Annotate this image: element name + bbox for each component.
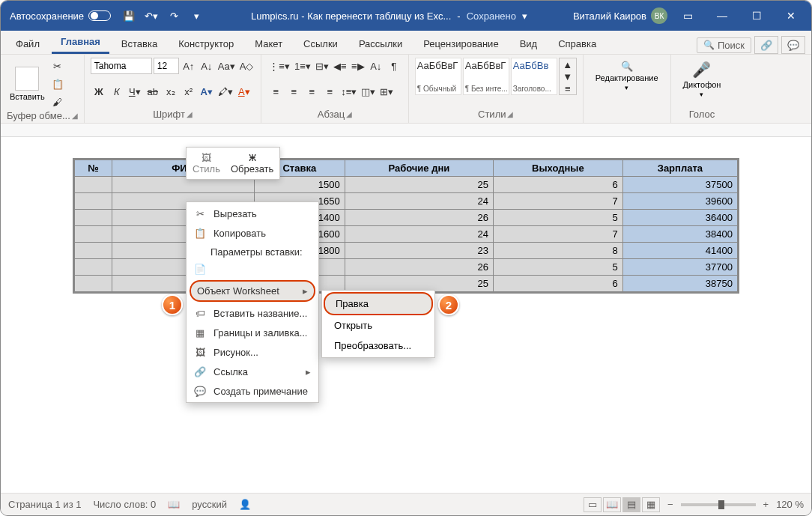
word-count[interactable]: Число слов: 0: [93, 499, 156, 510]
sort-icon[interactable]: A↓: [368, 58, 384, 74]
styles-up-icon[interactable]: ▲: [560, 58, 576, 70]
maximize-icon[interactable]: ☐: [739, 1, 774, 31]
styles-down-icon[interactable]: ▼: [560, 70, 576, 82]
align-center-icon[interactable]: ≡: [285, 83, 302, 100]
ctx-worksheet-object[interactable]: Объект Worksheet▸: [190, 280, 315, 302]
outdent-icon[interactable]: ◀≡: [332, 58, 348, 74]
ctx-picture[interactable]: 🖼Рисунок...: [188, 342, 317, 362]
read-mode-icon[interactable]: 📖: [603, 497, 621, 512]
undo-icon[interactable]: ↶▾: [142, 7, 160, 25]
zoom-slider[interactable]: [681, 503, 756, 506]
save-icon[interactable]: 💾: [120, 7, 138, 25]
bold-icon[interactable]: Ж: [91, 83, 107, 100]
tab-design[interactable]: Конструктор: [169, 34, 243, 54]
editing-button[interactable]: 🔍 Редактирование ▾: [590, 58, 664, 94]
paste-button[interactable]: Вставить: [7, 65, 48, 103]
launcher-icon[interactable]: ◢: [72, 112, 78, 120]
change-case-icon[interactable]: Aa▾: [216, 58, 237, 74]
accessibility-icon[interactable]: 👤: [239, 499, 251, 510]
line-spacing-icon[interactable]: ↕≡▾: [339, 83, 358, 100]
minimize-icon[interactable]: —: [705, 1, 739, 31]
bullets-icon[interactable]: ⋮≡▾: [267, 58, 291, 74]
text-effects-icon[interactable]: A▾: [199, 83, 215, 100]
borders-icon[interactable]: ⊞▾: [378, 83, 395, 100]
align-right-icon[interactable]: ≡: [303, 83, 320, 100]
tab-home[interactable]: Главная: [52, 31, 109, 54]
dictate-button[interactable]: 🎤 Диктофон ▾: [677, 58, 727, 101]
web-layout-icon[interactable]: ▦: [642, 497, 660, 512]
style-normal[interactable]: АаБбВвГ¶ Обычный: [415, 58, 461, 95]
sub-open[interactable]: Открыть: [324, 315, 433, 336]
shrink-font-icon[interactable]: A↓: [199, 58, 215, 74]
ctx-copy[interactable]: 📋Копировать: [188, 223, 317, 243]
ctx-paste-option[interactable]: 📄: [188, 259, 317, 279]
strike-icon[interactable]: ab: [145, 83, 161, 100]
copy-icon[interactable]: 📋: [49, 76, 66, 92]
crop-button[interactable]: ⵥОбрезать: [228, 151, 276, 176]
font-size-input[interactable]: [154, 58, 179, 74]
ribbon-opts-icon[interactable]: ▭: [670, 1, 705, 31]
picture-icon: 🖼: [194, 346, 206, 358]
shading-icon[interactable]: ◫▾: [360, 83, 377, 100]
ctx-link[interactable]: 🔗Ссылка▸: [188, 362, 317, 381]
embedded-worksheet[interactable]: № ФИО Ставка Рабочие дни Выходные Зарпла…: [73, 158, 739, 294]
ctx-insert-caption[interactable]: 🏷Вставить название...: [188, 303, 317, 323]
toggle-switch[interactable]: [88, 10, 111, 21]
tab-file[interactable]: Файл: [7, 34, 49, 54]
superscript-icon[interactable]: x²: [181, 83, 197, 100]
autosave-toggle[interactable]: Автосохранение: [4, 10, 117, 22]
sub-convert[interactable]: Преобразовать...: [324, 336, 433, 356]
style-button[interactable]: 🖼Стиль: [190, 151, 223, 176]
print-layout-icon[interactable]: ▤: [622, 497, 640, 512]
align-left-icon[interactable]: ≡: [267, 83, 284, 100]
multilevel-icon[interactable]: ⊟▾: [314, 58, 330, 74]
tab-references[interactable]: Ссылки: [294, 34, 347, 54]
sub-edit[interactable]: Правка: [324, 292, 433, 315]
language-indicator[interactable]: русский: [192, 499, 227, 510]
italic-icon[interactable]: К: [109, 83, 125, 100]
style-heading[interactable]: АаБбВвЗаголово...: [511, 58, 557, 95]
user-account[interactable]: Виталий Каиров ВК: [573, 7, 667, 24]
tab-review[interactable]: Рецензирование: [414, 34, 507, 54]
font-color-icon[interactable]: A▾: [236, 83, 252, 100]
justify-icon[interactable]: ≡: [321, 83, 338, 100]
subscript-icon[interactable]: x₂: [163, 83, 179, 100]
ruler[interactable]: [1, 124, 811, 137]
close-icon[interactable]: ✕: [774, 1, 808, 31]
tab-mailings[interactable]: Рассылки: [350, 34, 411, 54]
focus-mode-icon[interactable]: ▭: [584, 497, 602, 512]
zoom-level[interactable]: 120 %: [776, 499, 804, 510]
tab-view[interactable]: Вид: [511, 34, 547, 54]
page-indicator[interactable]: Страница 1 из 1: [8, 499, 81, 510]
share-button[interactable]: 🔗: [754, 36, 778, 54]
ctx-borders[interactable]: ▦Границы и заливка...: [188, 323, 317, 342]
launcher-icon[interactable]: ◢: [346, 110, 352, 118]
style-gallery[interactable]: АаБбВвГ¶ Обычный АаБбВвГ¶ Без инте... Аа…: [415, 58, 557, 95]
format-painter-icon[interactable]: 🖌: [49, 94, 66, 110]
spellcheck-icon[interactable]: 📖: [168, 499, 180, 510]
indent-icon[interactable]: ≡▶: [350, 58, 366, 74]
clear-format-icon[interactable]: A◇: [238, 58, 255, 74]
styles-more-icon[interactable]: ≡: [560, 82, 576, 94]
ctx-cut[interactable]: ✂Вырезать: [188, 204, 317, 223]
zoom-out-icon[interactable]: −: [667, 499, 673, 510]
launcher-icon[interactable]: ◢: [507, 110, 513, 118]
search-box[interactable]: 🔍 Поиск: [697, 37, 751, 53]
qat-dropdown-icon[interactable]: ▾: [187, 7, 205, 25]
highlight-icon[interactable]: 🖍▾: [216, 83, 234, 100]
font-name-input[interactable]: [91, 58, 152, 74]
show-marks-icon[interactable]: ¶: [386, 58, 402, 74]
zoom-in-icon[interactable]: +: [763, 499, 769, 510]
numbering-icon[interactable]: 1≡▾: [293, 58, 312, 74]
launcher-icon[interactable]: ◢: [187, 110, 193, 118]
cut-icon[interactable]: ✂: [49, 58, 66, 74]
tab-insert[interactable]: Вставка: [112, 34, 166, 54]
grow-font-icon[interactable]: A↑: [181, 58, 197, 74]
tab-help[interactable]: Справка: [549, 34, 605, 54]
style-nospacing[interactable]: АаБбВвГ¶ Без инте...: [463, 58, 509, 95]
tab-layout[interactable]: Макет: [246, 34, 291, 54]
redo-icon[interactable]: ↷: [165, 7, 183, 25]
underline-icon[interactable]: Ч▾: [127, 83, 143, 100]
ctx-new-comment[interactable]: 💬Создать примечание: [188, 381, 317, 401]
comments-button[interactable]: 💬: [781, 36, 805, 54]
